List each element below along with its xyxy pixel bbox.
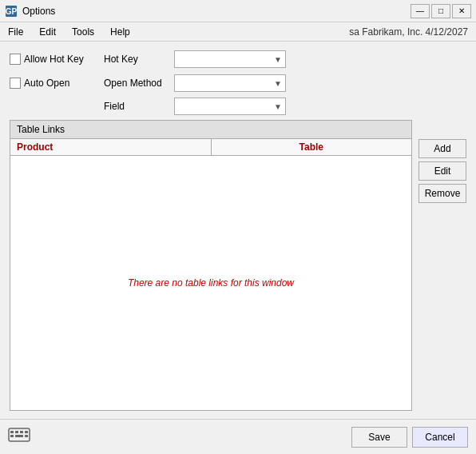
window-controls: — □ ✕	[411, 4, 471, 18]
open-method-dropdown[interactable]: ▼	[174, 74, 286, 92]
remove-button[interactable]: Remove	[418, 184, 466, 203]
table-links-body: There are no table links for this window	[10, 156, 411, 410]
field-dropdown[interactable]: ▼	[174, 98, 286, 115]
svg-rect-7	[10, 435, 14, 437]
close-button[interactable]: ✕	[452, 4, 471, 18]
field-dropdown-arrow: ▼	[274, 102, 282, 111]
hot-key-dropdown-arrow: ▼	[274, 55, 282, 64]
main-content: Allow Hot Key Hot Key ▼ Auto Open Open M…	[0, 42, 476, 419]
menu-file[interactable]: File	[0, 25, 31, 39]
menu-bar-user-info: sa Fabrikam, Inc. 4/12/2027	[349, 26, 476, 38]
open-method-dropdown-arrow: ▼	[274, 79, 282, 88]
app-icon: GP	[5, 5, 18, 18]
hot-key-dropdown-label: Hot Key	[104, 54, 168, 65]
menu-tools[interactable]: Tools	[64, 25, 102, 39]
open-method-dropdown-label: Open Method	[104, 78, 168, 89]
allow-hot-key-label: Allow Hot Key	[24, 54, 84, 65]
svg-rect-5	[20, 431, 23, 433]
col-table: Table	[212, 139, 412, 155]
auto-open-container: Auto Open	[10, 78, 97, 89]
auto-open-label: Auto Open	[24, 78, 69, 89]
edit-button[interactable]: Edit	[418, 161, 466, 181]
auto-open-checkbox[interactable]	[10, 78, 21, 89]
auto-open-row: Auto Open Open Method ▼	[10, 74, 466, 93]
keyboard-icon	[8, 426, 30, 448]
field-row: Field ▼	[104, 98, 466, 115]
svg-rect-8	[15, 435, 23, 437]
save-button[interactable]: Save	[351, 427, 407, 448]
side-buttons: Add Edit Remove	[418, 120, 466, 411]
title-bar: GP Options — □ ✕	[0, 0, 476, 22]
svg-rect-4	[15, 431, 18, 433]
svg-text:GP: GP	[6, 7, 18, 16]
svg-rect-6	[25, 431, 28, 433]
no-links-message: There are no table links for this window	[128, 277, 294, 289]
minimize-button[interactable]: —	[411, 4, 430, 18]
table-links-box: Table Links Product Table There are no t…	[10, 120, 412, 411]
allow-hot-key-container: Allow Hot Key	[10, 54, 97, 65]
table-links-header: Table Links	[10, 121, 411, 139]
svg-rect-3	[10, 431, 14, 433]
bottom-buttons: Save Cancel	[351, 427, 468, 448]
svg-rect-9	[25, 435, 28, 437]
menu-help[interactable]: Help	[102, 25, 138, 39]
col-product: Product	[10, 139, 211, 155]
table-links-columns: Product Table	[10, 139, 411, 156]
hot-key-dropdown[interactable]: ▼	[174, 50, 286, 68]
allow-hot-key-row: Allow Hot Key Hot Key ▼	[10, 50, 466, 69]
bottom-bar: Save Cancel	[0, 419, 476, 454]
window-title: Options	[22, 6, 411, 17]
maximize-button[interactable]: □	[431, 4, 450, 18]
table-links-section: Table Links Product Table There are no t…	[10, 120, 466, 411]
menu-bar: File Edit Tools Help sa Fabrikam, Inc. 4…	[0, 22, 476, 42]
add-button[interactable]: Add	[418, 139, 466, 158]
allow-hot-key-checkbox[interactable]	[10, 54, 21, 65]
cancel-button[interactable]: Cancel	[412, 427, 468, 448]
menu-edit[interactable]: Edit	[31, 25, 64, 39]
field-dropdown-label: Field	[104, 101, 168, 112]
